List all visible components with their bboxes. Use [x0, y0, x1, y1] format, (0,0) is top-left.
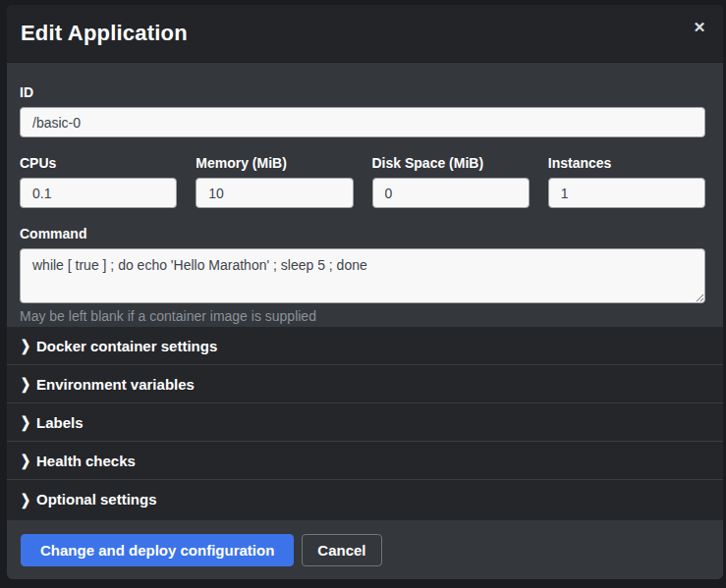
memory-field-group: Memory (MiB)	[195, 155, 353, 208]
id-field-group: ID	[20, 84, 705, 137]
id-field-label: ID	[20, 84, 705, 100]
section-label: Optional settings	[36, 491, 157, 508]
close-icon[interactable]: ✕	[689, 17, 710, 38]
id-input[interactable]	[20, 107, 705, 137]
section-optional-settings[interactable]: ❯ Optional settings	[7, 480, 723, 518]
instances-field-group: Instances	[548, 155, 705, 208]
section-label: Environment variables	[36, 376, 195, 393]
command-field-group: Command while [ true ] ; do echo 'Hello …	[20, 226, 705, 324]
section-docker-container-settings[interactable]: ❯ Docker container settings	[7, 327, 723, 365]
chevron-right-icon: ❯	[21, 377, 36, 392]
command-textarea[interactable]: while [ true ] ; do echo 'Hello Marathon…	[20, 248, 705, 303]
section-label: Health checks	[36, 453, 136, 469]
command-help-text: May be left blank if a container image i…	[20, 308, 705, 324]
instances-input[interactable]	[548, 178, 705, 208]
cpus-field-label: CPUs	[20, 155, 177, 171]
chevron-right-icon: ❯	[21, 492, 36, 507]
modal-footer: Change and deploy configuration Cancel	[7, 520, 723, 579]
chevron-right-icon: ❯	[21, 454, 36, 468]
command-field-label: Command	[20, 226, 705, 241]
section-labels[interactable]: ❯ Labels	[7, 403, 723, 442]
instances-field-label: Instances	[548, 155, 705, 171]
section-label: Labels	[36, 414, 84, 431]
modal-title: Edit Application	[21, 21, 188, 46]
section-label: Docker container settings	[36, 338, 217, 354]
cpus-field-group: CPUs	[20, 155, 177, 208]
memory-input[interactable]	[195, 178, 353, 208]
change-and-deploy-button[interactable]: Change and deploy configuration	[21, 534, 294, 566]
section-health-checks[interactable]: ❯ Health checks	[7, 442, 723, 480]
section-environment-variables[interactable]: ❯ Environment variables	[7, 365, 723, 403]
disk-field-label: Disk Space (MiB)	[372, 155, 530, 171]
chevron-right-icon: ❯	[21, 339, 36, 353]
cancel-button[interactable]: Cancel	[302, 534, 381, 566]
collapsible-sections: ❯ Docker container settings ❯ Environmen…	[7, 327, 723, 520]
chevron-right-icon: ❯	[21, 415, 36, 430]
application-form: ID CPUs Memory (MiB) Disk Space (MiB) In…	[7, 63, 723, 327]
resources-row: CPUs Memory (MiB) Disk Space (MiB) Insta…	[20, 155, 705, 208]
disk-field-group: Disk Space (MiB)	[372, 155, 530, 208]
memory-field-label: Memory (MiB)	[195, 155, 353, 171]
disk-input[interactable]	[372, 178, 530, 208]
modal-header: Edit Application ✕	[7, 5, 723, 63]
edit-application-modal: Edit Application ✕ ID CPUs Memory (MiB) …	[7, 5, 723, 579]
cpus-input[interactable]	[20, 178, 177, 208]
